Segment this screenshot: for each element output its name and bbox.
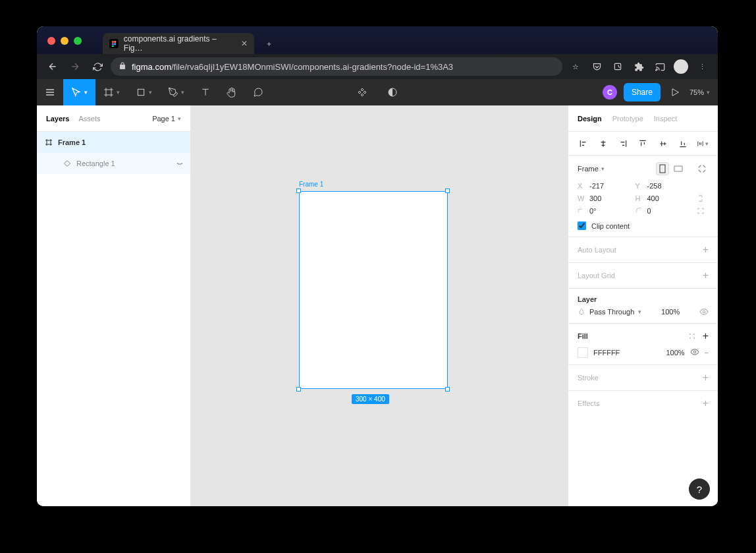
fill-visibility-icon[interactable] xyxy=(690,347,699,358)
fill-style-icon[interactable] xyxy=(688,332,696,340)
browser-tab[interactable]: components.ai gradients – Fig… ✕ xyxy=(103,33,254,54)
fill-section-label: Fill xyxy=(578,332,588,340)
independent-corners-icon[interactable] xyxy=(693,207,709,215)
frame-tool[interactable]: ▾ xyxy=(95,79,128,105)
browser-menu-icon[interactable]: ⋮ xyxy=(693,57,711,76)
fill-hex-field[interactable]: FFFFFF xyxy=(593,349,620,357)
back-button[interactable] xyxy=(43,57,62,76)
resize-handle-bl[interactable] xyxy=(296,387,301,392)
height-field[interactable]: H400 xyxy=(635,194,688,202)
help-button[interactable]: ? xyxy=(689,479,710,500)
share-button[interactable]: Share xyxy=(624,83,661,102)
add-layout-grid-button[interactable]: + xyxy=(703,270,709,281)
constrain-proportions-icon[interactable] xyxy=(693,194,709,203)
hidden-icon[interactable] xyxy=(176,159,184,168)
shape-tool[interactable]: ▾ xyxy=(128,79,160,105)
layout-grid-section: Layout Grid+ xyxy=(568,263,718,289)
rotation-field[interactable]: 0° xyxy=(578,207,630,215)
canvas-frame[interactable] xyxy=(299,191,448,389)
close-window-button[interactable] xyxy=(47,37,55,45)
pocket-icon[interactable] xyxy=(587,57,606,76)
x-field[interactable]: X-217 xyxy=(578,182,630,190)
comment-tool[interactable] xyxy=(245,79,271,105)
distribute-icon[interactable]: ▾ xyxy=(697,138,709,150)
bookmark-icon[interactable]: ☆ xyxy=(566,57,585,76)
fill-opacity-field[interactable]: 100% xyxy=(666,349,684,357)
canvas[interactable]: Frame 1 300 × 400 xyxy=(191,105,568,506)
clip-content-input[interactable] xyxy=(578,221,586,230)
tab-design[interactable]: Design xyxy=(578,115,602,123)
hand-tool[interactable] xyxy=(219,79,245,105)
tab-inspect[interactable]: Inspect xyxy=(654,115,677,123)
add-auto-layout-button[interactable]: + xyxy=(703,244,709,256)
add-fill-button[interactable]: + xyxy=(703,330,709,342)
components-tool[interactable] xyxy=(349,79,375,105)
minimize-window-button[interactable] xyxy=(61,37,68,45)
present-button[interactable] xyxy=(667,79,683,105)
tab-prototype[interactable]: Prototype xyxy=(612,115,643,123)
align-bottom-icon[interactable] xyxy=(677,138,689,150)
svg-rect-9 xyxy=(660,165,665,173)
zoom-dropdown[interactable]: 75%▾ xyxy=(689,88,710,96)
new-tab-button[interactable]: ＋ xyxy=(261,36,277,51)
mask-tool[interactable] xyxy=(379,79,406,105)
app-body: Layers Assets Page 1▾ Frame 1 Rectangle … xyxy=(37,105,718,506)
text-tool[interactable] xyxy=(192,79,219,105)
resize-handle-br[interactable] xyxy=(445,387,450,392)
resize-handle-tl[interactable] xyxy=(296,189,301,193)
user-avatar[interactable]: C xyxy=(603,85,617,100)
orientation-landscape[interactable] xyxy=(672,162,685,175)
fill-swatch[interactable] xyxy=(578,347,588,358)
layer-visibility-icon[interactable] xyxy=(699,307,709,316)
tab-title: components.ai gradients – Fig… xyxy=(124,34,236,53)
resize-to-fit-icon[interactable] xyxy=(695,162,709,175)
layer-row-rectangle[interactable]: Rectangle 1 xyxy=(37,153,190,174)
width-field[interactable]: W300 xyxy=(578,194,630,202)
address-bar-row: figma.com/file/rva6qIjI1yEW18MOnmiSWI/co… xyxy=(37,54,718,79)
profile-avatar[interactable] xyxy=(672,57,690,76)
add-effect-button[interactable]: + xyxy=(703,397,709,409)
reload-button[interactable] xyxy=(88,57,107,76)
clip-content-checkbox[interactable]: Clip content xyxy=(578,221,709,230)
align-vcenter-icon[interactable] xyxy=(657,138,669,150)
cast-icon[interactable] xyxy=(651,57,669,76)
close-tab-icon[interactable]: ✕ xyxy=(241,39,248,48)
remove-fill-button[interactable]: − xyxy=(705,349,709,357)
layer-row-frame[interactable]: Frame 1 xyxy=(37,132,190,153)
align-right-icon[interactable] xyxy=(617,138,629,150)
svg-point-13 xyxy=(693,334,695,335)
maximize-window-button[interactable] xyxy=(74,37,82,45)
svg-point-14 xyxy=(689,337,691,339)
layer-opacity-field[interactable]: 100% xyxy=(661,308,680,316)
add-stroke-button[interactable]: + xyxy=(703,372,709,384)
browser-chrome: components.ai gradients – Fig… ✕ ＋ figma… xyxy=(37,26,718,79)
align-left-icon[interactable] xyxy=(578,138,589,150)
corner-radius-field[interactable]: 0 xyxy=(635,207,688,215)
resize-handle-tr[interactable] xyxy=(445,189,450,193)
tab-assets[interactable]: Assets xyxy=(78,115,100,123)
window-controls xyxy=(47,37,82,45)
move-tool[interactable]: ▾ xyxy=(63,79,95,105)
canvas-frame-label[interactable]: Frame 1 xyxy=(299,181,323,188)
svg-point-4 xyxy=(112,45,114,47)
frame-icon xyxy=(45,138,53,146)
effects-section-label: Effects xyxy=(578,399,599,407)
blend-mode-dropdown[interactable]: Pass Through▾ xyxy=(578,308,641,316)
y-field[interactable]: Y-258 xyxy=(635,182,688,190)
pen-tool[interactable]: ▾ xyxy=(160,79,192,105)
frame-type-dropdown[interactable]: Frame▾ xyxy=(578,165,605,173)
orientation-portrait[interactable] xyxy=(656,162,669,175)
main-menu-button[interactable] xyxy=(37,79,63,105)
forward-button[interactable] xyxy=(66,57,84,76)
reader-icon[interactable] xyxy=(608,57,627,76)
svg-rect-7 xyxy=(138,89,144,95)
align-top-icon[interactable] xyxy=(637,138,649,150)
extensions-icon[interactable] xyxy=(630,57,648,76)
svg-point-3 xyxy=(114,43,116,45)
address-bar[interactable]: figma.com/file/rva6qIjI1yEW18MOnmiSWI/co… xyxy=(111,57,562,76)
svg-point-15 xyxy=(693,337,695,339)
layer-name: Frame 1 xyxy=(58,138,86,146)
align-hcenter-icon[interactable] xyxy=(597,138,609,150)
tab-layers[interactable]: Layers xyxy=(46,115,69,123)
page-dropdown[interactable]: Page 1▾ xyxy=(152,115,181,123)
